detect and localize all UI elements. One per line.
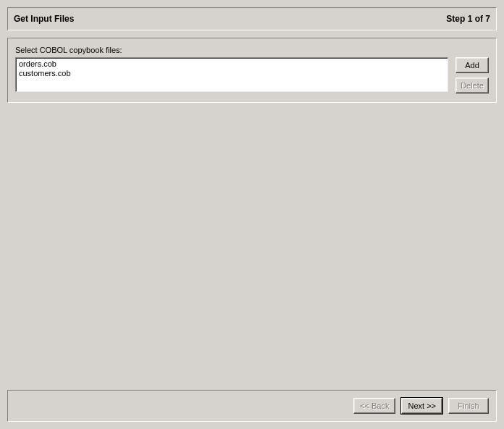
list-item[interactable]: customers.cob bbox=[19, 69, 445, 78]
copybook-row: orders.cob customers.cob Add Delete bbox=[15, 57, 489, 93]
add-button[interactable]: Add bbox=[455, 57, 489, 73]
wizard-window: Get Input Files Step 1 of 7 Select COBOL… bbox=[0, 0, 504, 429]
copybook-label: Select COBOL copybook files: bbox=[15, 46, 489, 54]
copybook-file-list[interactable]: orders.cob customers.cob bbox=[15, 57, 448, 92]
next-button[interactable]: Next >> bbox=[401, 398, 442, 414]
wizard-header: Get Input Files Step 1 of 7 bbox=[7, 7, 497, 30]
wizard-step-indicator: Step 1 of 7 bbox=[446, 14, 490, 24]
wizard-footer: << Back Next >> Finish bbox=[7, 390, 497, 422]
wizard-title: Get Input Files bbox=[14, 14, 74, 24]
finish-button: Finish bbox=[448, 398, 489, 414]
finish-button-label: Finish bbox=[458, 401, 479, 410]
delete-button: Delete bbox=[455, 78, 489, 93]
delete-button-label: Delete bbox=[461, 81, 484, 90]
wizard-content: Select COBOL copybook files: orders.cob … bbox=[7, 38, 497, 103]
back-button: << Back bbox=[353, 398, 395, 414]
list-item[interactable]: orders.cob bbox=[19, 59, 445, 69]
list-side-buttons: Add Delete bbox=[455, 57, 489, 93]
add-button-label: Add bbox=[465, 61, 479, 70]
